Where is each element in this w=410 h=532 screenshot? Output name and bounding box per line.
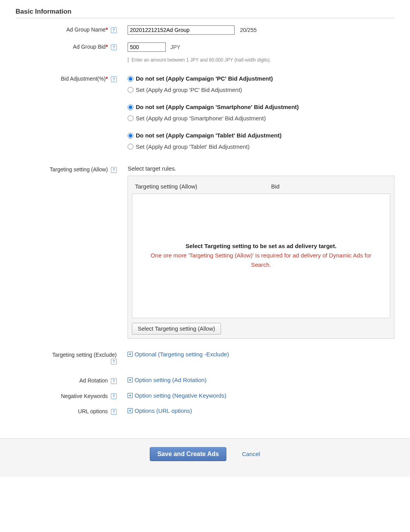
radio-tb-donotset-label[interactable]: Do not set (Apply Campaign 'Tablet' Bid … <box>136 131 282 140</box>
help-icon[interactable]: ? <box>111 378 117 384</box>
footer-bar: Save and Create Ads Cancel <box>0 438 410 477</box>
row-targeting-allow: Targeting setting (Allow) ? Select targe… <box>16 165 394 339</box>
row-negative-keywords: Negative Keywords ? +Option setting (Neg… <box>16 392 394 400</box>
radio-sp-donotset[interactable] <box>128 104 133 110</box>
targeting-region: Select Targeting setting to be set as ad… <box>132 194 390 318</box>
radio-tb-set[interactable] <box>128 144 133 150</box>
bid-currency: JPY <box>170 44 180 50</box>
row-url-options: URL options ? +Options (URL options) <box>16 407 394 415</box>
targeting-intro: Select target rules. <box>128 165 394 172</box>
targeting-box: Targeting setting (Allow) Bid Select Tar… <box>128 176 394 339</box>
ad-group-bid-input[interactable] <box>128 42 166 52</box>
targeting-msg-red: One ore more 'Targeting Setting (Allow)'… <box>140 251 382 270</box>
bid-adj-group-smartphone: Do not set (Apply Campaign 'Smartphone' … <box>128 103 394 123</box>
row-ad-rotation: Ad Rotation ? +Option setting (Ad Rotati… <box>16 376 394 384</box>
radio-pc-donotset[interactable] <box>128 76 133 82</box>
plus-icon: + <box>128 393 133 398</box>
ad-group-name-input[interactable] <box>128 25 235 35</box>
plus-icon: + <box>128 377 133 382</box>
label-ad-group-bid: Ad Group Bid <box>73 44 106 50</box>
radio-sp-set-label[interactable]: Set (Apply Ad group 'Smartphone' Bid Adj… <box>136 114 266 123</box>
help-icon[interactable]: ? <box>111 409 117 415</box>
plus-icon: + <box>128 352 133 357</box>
radio-pc-set[interactable] <box>128 87 133 93</box>
bid-helptext: Enter an amount between 1 JPY and 80,000… <box>128 57 394 63</box>
expand-negative-keywords[interactable]: +Option setting (Negative Keywords) <box>128 392 226 399</box>
name-char-counter: 20/255 <box>240 27 257 33</box>
radio-pc-donotset-label[interactable]: Do not set (Apply Campaign 'PC' Bid Adju… <box>136 74 273 83</box>
help-icon[interactable]: ? <box>111 76 117 82</box>
cancel-link[interactable]: Cancel <box>242 451 260 457</box>
label-ad-group-name: Ad Group Name <box>66 26 105 33</box>
plus-icon: + <box>128 408 133 413</box>
targeting-col-allow: Targeting setting (Allow) <box>135 183 271 190</box>
label-negative-keywords: Negative Keywords <box>61 393 108 399</box>
label-url-options: URL options <box>78 408 108 414</box>
required-marker: * <box>106 44 108 50</box>
expand-url-options[interactable]: +Options (URL options) <box>128 407 192 414</box>
radio-pc-set-label[interactable]: Set (Apply Ad group 'PC' Bid Adjustment) <box>136 86 242 95</box>
select-targeting-button[interactable]: Select Targeting setting (Allow) <box>132 323 221 335</box>
help-icon[interactable]: ? <box>111 167 117 173</box>
row-targeting-exclude: Targeting setting (Exclude) ? +Optional … <box>16 351 394 365</box>
label-ad-rotation: Ad Rotation <box>79 377 108 384</box>
targeting-col-bid: Bid <box>271 183 390 190</box>
radio-sp-set[interactable] <box>128 115 133 121</box>
bid-adj-group-tablet: Do not set (Apply Campaign 'Tablet' Bid … <box>128 131 394 151</box>
help-icon[interactable]: ? <box>111 393 117 399</box>
expand-ad-rotation[interactable]: +Option setting (Ad Rotation) <box>128 377 207 383</box>
radio-sp-donotset-label[interactable]: Do not set (Apply Campaign 'Smartphone' … <box>136 103 299 112</box>
expand-url-label: Options (URL options) <box>135 407 192 414</box>
section-title: Basic Information <box>16 8 394 18</box>
radio-tb-set-label[interactable]: Set (Apply Ad group 'Tablet' Bid Adjustm… <box>136 143 250 151</box>
label-targeting-allow: Targeting setting (Allow) <box>50 166 108 173</box>
help-icon[interactable]: ? <box>111 44 117 50</box>
targeting-msg-bold: Select Targeting setting to be set as ad… <box>140 243 382 249</box>
label-targeting-exclude: Targeting setting (Exclude) <box>52 352 117 358</box>
required-marker: * <box>106 76 108 82</box>
row-ad-group-bid: Ad Group Bid* ? JPY Enter an amount betw… <box>16 42 394 63</box>
expand-negative-label: Option setting (Negative Keywords) <box>135 392 226 399</box>
radio-tb-donotset[interactable] <box>128 133 133 139</box>
help-icon[interactable]: ? <box>111 359 117 365</box>
save-and-create-ads-button[interactable]: Save and Create Ads <box>150 447 226 461</box>
help-icon[interactable]: ? <box>111 27 117 33</box>
required-marker: * <box>106 26 108 33</box>
row-ad-group-name: Ad Group Name* ? 20/255 <box>16 25 394 35</box>
expand-exclude-label: Optional (Targeting setting -Exclude) <box>135 351 229 358</box>
bid-adj-group-pc: Do not set (Apply Campaign 'PC' Bid Adju… <box>128 74 394 94</box>
expand-rotation-label: Option setting (Ad Rotation) <box>135 377 207 383</box>
row-bid-adjustment: Bid Adjustment(%)* ? Do not set (Apply C… <box>16 74 394 153</box>
expand-targeting-exclude[interactable]: +Optional (Targeting setting -Exclude) <box>128 351 229 358</box>
label-bid-adjustment: Bid Adjustment(%) <box>61 76 105 82</box>
